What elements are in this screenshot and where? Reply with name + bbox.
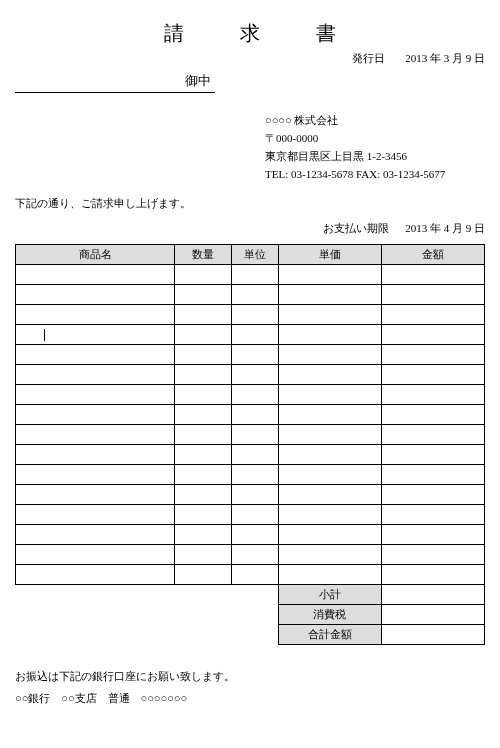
sender-block: ○○○○ 株式会社 〒000-0000 東京都目黒区上目黒 1-2-3456 T… <box>265 111 485 184</box>
col-name: 商品名 <box>16 244 175 264</box>
table-row[interactable] <box>16 384 485 404</box>
table-row[interactable] <box>16 284 485 304</box>
addressee-suffix: 御中 <box>185 73 211 88</box>
table-row[interactable] <box>16 304 485 324</box>
table-row[interactable] <box>16 364 485 384</box>
tax-label: 消費税 <box>278 604 381 624</box>
sender-postal: 〒000-0000 <box>265 129 485 147</box>
table-row[interactable] <box>16 464 485 484</box>
tax-row: 消費税 <box>16 604 485 624</box>
tax-value <box>381 604 484 624</box>
table-row[interactable] <box>16 404 485 424</box>
table-row[interactable] <box>16 524 485 544</box>
due-date-row: お支払い期限 2013 年 4 月 9 日 <box>15 221 485 236</box>
col-qty: 数量 <box>175 244 231 264</box>
col-amount: 金額 <box>381 244 484 264</box>
subtotal-value <box>381 584 484 604</box>
table-row[interactable] <box>16 424 485 444</box>
table-row[interactable] <box>16 324 485 344</box>
due-date-label: お支払い期限 <box>323 222 389 234</box>
document-title: 請 求 書 <box>15 20 485 47</box>
footer-block: お振込は下記の銀行口座にお願い致します。 ○○銀行 ○○支店 普通 ○○○○○○… <box>15 665 485 709</box>
table-row[interactable] <box>16 344 485 364</box>
addressee-field[interactable]: 御中 <box>15 70 215 93</box>
items-table: 商品名 数量 単位 単価 金額 小計 消費税 <box>15 244 485 645</box>
table-header-row: 商品名 数量 単位 単価 金額 <box>16 244 485 264</box>
col-price: 単価 <box>278 244 381 264</box>
subtotal-row: 小計 <box>16 584 485 604</box>
sender-address: 東京都目黒区上目黒 1-2-3456 <box>265 147 485 165</box>
table-row[interactable] <box>16 484 485 504</box>
table-row[interactable] <box>16 504 485 524</box>
issue-date-label: 発行日 <box>352 52 385 64</box>
col-unit: 単位 <box>231 244 278 264</box>
table-row[interactable] <box>16 544 485 564</box>
issue-date-row: 発行日 2013 年 3 月 9 日 <box>15 51 485 66</box>
sender-company: ○○○○ 株式会社 <box>265 111 485 129</box>
sender-contact: TEL: 03-1234-5678 FAX: 03-1234-5677 <box>265 165 485 183</box>
total-label: 合計金額 <box>278 624 381 644</box>
total-row: 合計金額 <box>16 624 485 644</box>
total-value <box>381 624 484 644</box>
issue-date-value: 2013 年 3 月 9 日 <box>405 52 485 64</box>
bank-note: お振込は下記の銀行口座にお願い致します。 <box>15 665 485 687</box>
due-date-value: 2013 年 4 月 9 日 <box>405 222 485 234</box>
intro-note: 下記の通り、ご請求申し上げます。 <box>15 196 485 211</box>
table-row[interactable] <box>16 564 485 584</box>
table-body[interactable]: 小計 消費税 合計金額 <box>16 264 485 644</box>
table-row[interactable] <box>16 264 485 284</box>
subtotal-label: 小計 <box>278 584 381 604</box>
table-row[interactable] <box>16 444 485 464</box>
text-cursor <box>44 329 45 341</box>
bank-info: ○○銀行 ○○支店 普通 ○○○○○○○ <box>15 687 485 709</box>
